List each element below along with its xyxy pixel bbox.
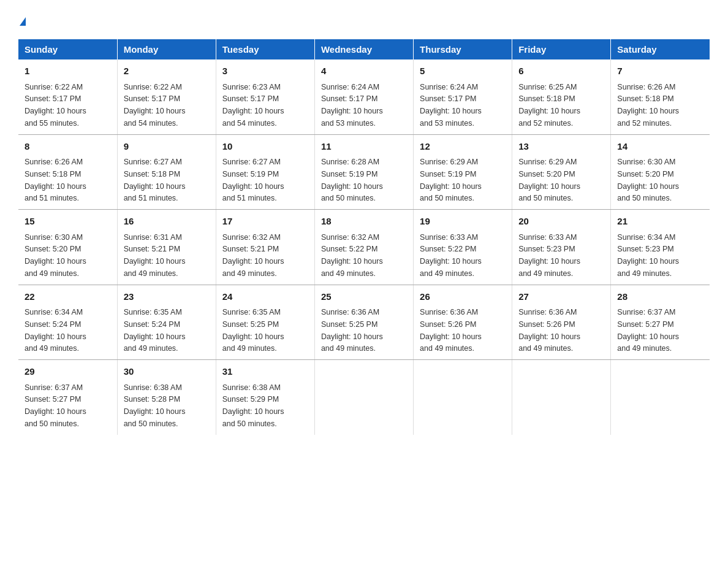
day-cell: 17Sunrise: 6:32 AMSunset: 5:21 PMDayligh… (216, 210, 314, 285)
day-number: 31 (222, 365, 308, 379)
sunrise-info: Sunrise: 6:26 AMSunset: 5:18 PMDaylight:… (25, 158, 86, 202)
sunrise-info: Sunrise: 6:27 AMSunset: 5:18 PMDaylight:… (124, 158, 186, 202)
col-header-wednesday: Wednesday (314, 39, 413, 59)
day-number: 7 (617, 64, 703, 79)
sunrise-info: Sunrise: 6:37 AMSunset: 5:27 PMDaylight:… (617, 308, 679, 353)
sunrise-info: Sunrise: 6:28 AMSunset: 5:19 PMDaylight:… (321, 158, 383, 202)
logo (18, 12, 26, 28)
day-number: 14 (617, 140, 703, 154)
day-number: 1 (25, 64, 111, 79)
day-cell: 29Sunrise: 6:37 AMSunset: 5:27 PMDayligh… (18, 360, 117, 435)
day-cell: 30Sunrise: 6:38 AMSunset: 5:28 PMDayligh… (117, 360, 216, 435)
day-number: 27 (518, 290, 604, 304)
day-cell: 18Sunrise: 6:32 AMSunset: 5:22 PMDayligh… (314, 210, 413, 285)
sunrise-info: Sunrise: 6:27 AMSunset: 5:19 PMDaylight:… (222, 158, 284, 202)
sunrise-info: Sunrise: 6:38 AMSunset: 5:28 PMDaylight:… (124, 383, 186, 428)
day-cell: 14Sunrise: 6:30 AMSunset: 5:20 PMDayligh… (611, 134, 710, 210)
day-number: 17 (222, 215, 308, 229)
sunrise-info: Sunrise: 6:30 AMSunset: 5:20 PMDaylight:… (617, 158, 679, 202)
sunrise-info: Sunrise: 6:36 AMSunset: 5:25 PMDaylight:… (321, 308, 383, 353)
day-cell: 6Sunrise: 6:25 AMSunset: 5:18 PMDaylight… (512, 59, 611, 134)
day-cell: 4Sunrise: 6:24 AMSunset: 5:17 PMDaylight… (314, 59, 413, 134)
week-row-1: 1Sunrise: 6:22 AMSunset: 5:17 PMDaylight… (18, 59, 710, 134)
day-number: 23 (124, 290, 210, 304)
day-cell: 15Sunrise: 6:30 AMSunset: 5:20 PMDayligh… (18, 210, 117, 285)
day-cell: 19Sunrise: 6:33 AMSunset: 5:22 PMDayligh… (414, 210, 512, 285)
col-header-saturday: Saturday (611, 39, 710, 59)
day-cell: 27Sunrise: 6:36 AMSunset: 5:26 PMDayligh… (512, 285, 611, 360)
logo-text (18, 12, 26, 28)
sunrise-info: Sunrise: 6:36 AMSunset: 5:26 PMDaylight:… (420, 308, 482, 353)
day-cell: 31Sunrise: 6:38 AMSunset: 5:29 PMDayligh… (216, 360, 314, 435)
col-header-tuesday: Tuesday (216, 39, 314, 59)
page-header (18, 12, 710, 28)
day-number: 3 (222, 64, 308, 79)
day-cell (611, 360, 710, 435)
day-number: 6 (518, 64, 604, 79)
sunrise-info: Sunrise: 6:34 AMSunset: 5:23 PMDaylight:… (617, 233, 679, 278)
sunrise-info: Sunrise: 6:33 AMSunset: 5:22 PMDaylight:… (420, 233, 482, 278)
day-number: 13 (518, 140, 604, 154)
sunrise-info: Sunrise: 6:37 AMSunset: 5:27 PMDaylight:… (25, 383, 86, 428)
day-number: 12 (420, 140, 506, 154)
sunrise-info: Sunrise: 6:34 AMSunset: 5:24 PMDaylight:… (25, 308, 86, 353)
day-cell: 3Sunrise: 6:23 AMSunset: 5:17 PMDaylight… (216, 59, 314, 134)
sunrise-info: Sunrise: 6:25 AMSunset: 5:18 PMDaylight:… (518, 83, 580, 128)
day-cell: 24Sunrise: 6:35 AMSunset: 5:25 PMDayligh… (216, 285, 314, 360)
sunrise-info: Sunrise: 6:32 AMSunset: 5:21 PMDaylight:… (222, 233, 284, 278)
day-cell: 25Sunrise: 6:36 AMSunset: 5:25 PMDayligh… (314, 285, 413, 360)
day-cell: 28Sunrise: 6:37 AMSunset: 5:27 PMDayligh… (611, 285, 710, 360)
col-header-monday: Monday (117, 39, 216, 59)
week-row-3: 15Sunrise: 6:30 AMSunset: 5:20 PMDayligh… (18, 210, 710, 285)
day-cell (512, 360, 611, 435)
day-number: 22 (25, 290, 111, 304)
day-number: 15 (25, 215, 111, 229)
day-number: 19 (420, 215, 506, 229)
day-cell: 26Sunrise: 6:36 AMSunset: 5:26 PMDayligh… (414, 285, 512, 360)
day-number: 24 (222, 290, 308, 304)
sunrise-info: Sunrise: 6:38 AMSunset: 5:29 PMDaylight:… (222, 383, 284, 428)
day-cell: 10Sunrise: 6:27 AMSunset: 5:19 PMDayligh… (216, 134, 314, 210)
logo-triangle-icon (20, 17, 26, 26)
day-number: 26 (420, 290, 506, 304)
day-cell (414, 360, 512, 435)
day-cell: 7Sunrise: 6:26 AMSunset: 5:18 PMDaylight… (611, 59, 710, 134)
day-number: 20 (518, 215, 604, 229)
sunrise-info: Sunrise: 6:24 AMSunset: 5:17 PMDaylight:… (420, 83, 482, 128)
day-number: 18 (321, 215, 407, 229)
day-number: 16 (124, 215, 210, 229)
day-cell: 16Sunrise: 6:31 AMSunset: 5:21 PMDayligh… (117, 210, 216, 285)
col-header-friday: Friday (512, 39, 611, 59)
day-cell: 21Sunrise: 6:34 AMSunset: 5:23 PMDayligh… (611, 210, 710, 285)
day-cell: 13Sunrise: 6:29 AMSunset: 5:20 PMDayligh… (512, 134, 611, 210)
calendar-header-row: SundayMondayTuesdayWednesdayThursdayFrid… (18, 39, 710, 59)
day-number: 10 (222, 140, 308, 154)
day-cell (314, 360, 413, 435)
sunrise-info: Sunrise: 6:36 AMSunset: 5:26 PMDaylight:… (518, 308, 580, 353)
week-row-2: 8Sunrise: 6:26 AMSunset: 5:18 PMDaylight… (18, 134, 710, 210)
sunrise-info: Sunrise: 6:23 AMSunset: 5:17 PMDaylight:… (222, 83, 284, 128)
day-cell: 9Sunrise: 6:27 AMSunset: 5:18 PMDaylight… (117, 134, 216, 210)
day-cell: 22Sunrise: 6:34 AMSunset: 5:24 PMDayligh… (18, 285, 117, 360)
sunrise-info: Sunrise: 6:29 AMSunset: 5:20 PMDaylight:… (518, 158, 580, 202)
day-cell: 5Sunrise: 6:24 AMSunset: 5:17 PMDaylight… (414, 59, 512, 134)
sunrise-info: Sunrise: 6:35 AMSunset: 5:25 PMDaylight:… (222, 308, 284, 353)
day-cell: 8Sunrise: 6:26 AMSunset: 5:18 PMDaylight… (18, 134, 117, 210)
day-number: 8 (25, 140, 111, 154)
sunrise-info: Sunrise: 6:32 AMSunset: 5:22 PMDaylight:… (321, 233, 383, 278)
day-number: 2 (124, 64, 210, 79)
sunrise-info: Sunrise: 6:30 AMSunset: 5:20 PMDaylight:… (25, 233, 86, 278)
sunrise-info: Sunrise: 6:24 AMSunset: 5:17 PMDaylight:… (321, 83, 383, 128)
day-cell: 1Sunrise: 6:22 AMSunset: 5:17 PMDaylight… (18, 59, 117, 134)
sunrise-info: Sunrise: 6:22 AMSunset: 5:17 PMDaylight:… (25, 83, 86, 128)
week-row-5: 29Sunrise: 6:37 AMSunset: 5:27 PMDayligh… (18, 360, 710, 435)
sunrise-info: Sunrise: 6:35 AMSunset: 5:24 PMDaylight:… (124, 308, 186, 353)
col-header-thursday: Thursday (414, 39, 512, 59)
day-number: 30 (124, 365, 210, 379)
day-number: 25 (321, 290, 407, 304)
day-number: 28 (617, 290, 703, 304)
sunrise-info: Sunrise: 6:31 AMSunset: 5:21 PMDaylight:… (124, 233, 186, 278)
day-number: 9 (124, 140, 210, 154)
sunrise-info: Sunrise: 6:26 AMSunset: 5:18 PMDaylight:… (617, 83, 679, 128)
day-number: 4 (321, 64, 407, 79)
